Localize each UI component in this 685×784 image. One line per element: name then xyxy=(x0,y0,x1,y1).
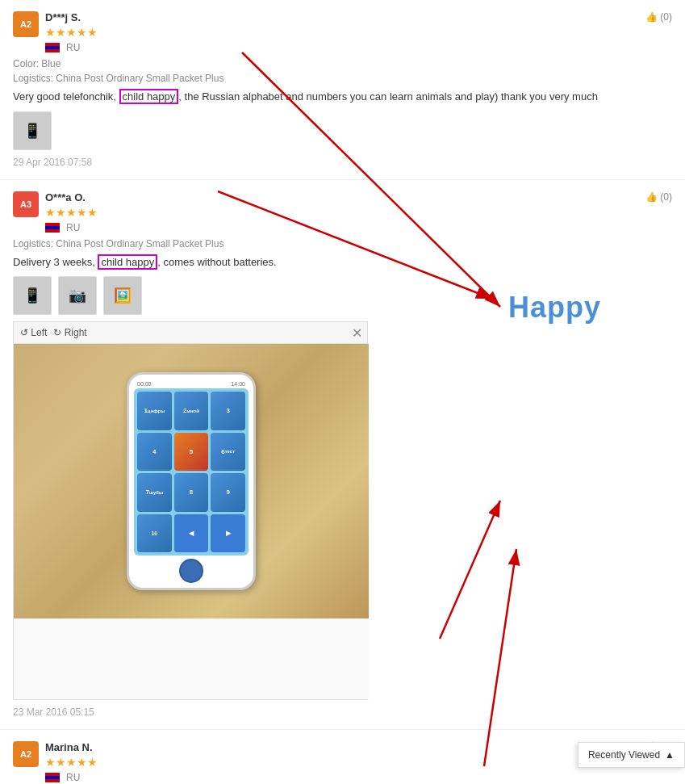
review-thumb-1[interactable]: 📱 xyxy=(13,111,52,150)
flag-icon-3 xyxy=(45,773,60,782)
highlight-child-happy-1: child happy xyxy=(119,89,179,104)
country-label-1: RU xyxy=(66,42,80,53)
review-thumb-2c[interactable]: 🖼️ xyxy=(103,276,142,315)
close-viewer-button[interactable]: ✕ xyxy=(352,325,362,341)
flag-icon-2 xyxy=(45,223,60,233)
rotate-right-button[interactable]: ↻ Right xyxy=(53,327,86,338)
recently-viewed-button[interactable]: Recently Viewed ▲ xyxy=(578,742,685,768)
phone-key-1: 1цифры xyxy=(137,392,172,430)
phone-key-2: 2мной xyxy=(174,392,209,430)
avatar-1: A2 xyxy=(13,11,39,37)
viewer-empty-area xyxy=(14,618,369,699)
reviewer-name-1: D***j S. xyxy=(45,11,81,23)
phone-key-7: 7шубы xyxy=(137,473,172,512)
phone-key-9: 9 xyxy=(211,473,245,512)
review-images-1: 📱 xyxy=(13,111,672,150)
phone-key-6: 6тест xyxy=(211,433,245,472)
viewer-image-area: 00:0014:00 1цифры 2мной 3 4 5 6тест 7шуб… xyxy=(14,344,369,618)
image-viewer-controls: ↺ Left ↻ Right ✕ xyxy=(14,322,367,344)
logistics-2: Logistics: China Post Ordinary Small Pac… xyxy=(13,238,672,249)
phone-key-8: 8 xyxy=(174,473,209,512)
phone-key-right: ▶ xyxy=(211,514,245,553)
phone-key-5: 5 xyxy=(174,433,209,472)
reviewer-info-3: Marina N. ★ ★ ★ ★ ★ RU xyxy=(45,741,645,783)
country-line-2: RU xyxy=(45,222,645,233)
recently-viewed-label: Recently Viewed xyxy=(588,749,660,761)
flag-icon-1 xyxy=(45,43,60,52)
phone-home-button xyxy=(179,559,203,583)
country-label-2: RU xyxy=(66,222,80,233)
rotate-left-button[interactable]: ↺ Left xyxy=(20,327,47,338)
logistics-1: Logistics: China Post Ordinary Small Pac… xyxy=(13,73,672,84)
review-thumb-2b[interactable]: 📷 xyxy=(58,276,97,315)
phone-key-4: 4 xyxy=(137,433,172,472)
reviewer-info-1: D***j S. ★ ★ ★ ★ ★ RU xyxy=(45,11,645,53)
stars-2: ★ ★ ★ ★ ★ xyxy=(45,206,645,219)
country-label-3: RU xyxy=(66,772,80,783)
phone-key-left: ◀ xyxy=(174,514,209,553)
phone-key-10: 10 xyxy=(137,514,172,553)
phone-key-3: 3 xyxy=(211,392,245,430)
happy-annotation-label: Happy xyxy=(508,291,601,325)
review-text-2: Delivery 3 weeks, child happy, comes wit… xyxy=(13,254,672,270)
thumbs-icon-1: 👍 xyxy=(645,11,658,23)
review-text-1: Very good telefonchik, child happy, the … xyxy=(13,89,672,105)
thumbs-up-1[interactable]: 👍 (0) xyxy=(645,11,672,23)
country-line-3: RU xyxy=(45,772,645,783)
stars-3: ★ ★ ★ ★ ★ xyxy=(45,756,645,769)
thumbs-icon-2: 👍 xyxy=(645,191,658,203)
stars-1: ★ ★ ★ ★ ★ xyxy=(45,26,645,39)
avatar-2: A3 xyxy=(13,191,39,217)
avatar-3: A2 xyxy=(13,741,39,767)
review-item-1: A2 D***j S. ★ ★ ★ ★ ★ RU 👍 xyxy=(0,0,685,180)
reviewer-name-3: Marina N. xyxy=(45,741,93,753)
phone-screen: 1цифры 2мной 3 4 5 6тест 7шубы 8 9 10 ◀ … xyxy=(134,388,249,556)
color-info-1: Color: Blue xyxy=(13,58,672,69)
reviewer-info-2: O***a O. ★ ★ ★ ★ ★ RU xyxy=(45,191,645,233)
review-date-2: 23 Mar 2016 05:15 xyxy=(13,706,672,718)
thumbs-up-2[interactable]: 👍 (0) xyxy=(645,191,672,203)
reviewer-name-2: O***a O. xyxy=(45,191,86,203)
chevron-up-icon: ▲ xyxy=(665,749,675,761)
country-line-1: RU xyxy=(45,42,645,53)
highlight-child-happy-2: child happy xyxy=(98,254,157,270)
review-date-1: 29 Apr 2016 07:58 xyxy=(13,157,672,168)
review-item-2: A3 O***a O. ★ ★ ★ ★ ★ RU 👍 xyxy=(0,180,685,731)
phone-mockup: 00:0014:00 1цифры 2мной 3 4 5 6тест 7шуб… xyxy=(127,372,256,590)
image-viewer: ↺ Left ↻ Right ✕ 00:0014:00 1цифры 2мной… xyxy=(13,321,368,700)
review-thumb-2a[interactable]: 📱 xyxy=(13,276,52,315)
